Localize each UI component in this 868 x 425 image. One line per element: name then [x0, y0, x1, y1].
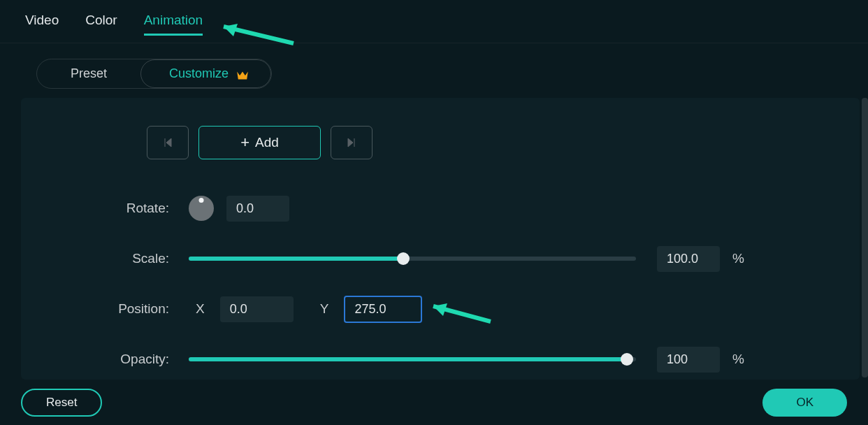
opacity-label: Opacity:	[56, 352, 189, 367]
crown-icon	[236, 69, 249, 79]
opacity-input[interactable]	[657, 347, 720, 373]
rotate-input[interactable]	[226, 196, 289, 222]
ok-button[interactable]: OK	[762, 389, 847, 417]
x-label: X	[196, 301, 205, 317]
reset-button[interactable]: Reset	[21, 389, 102, 417]
rotate-label: Rotate:	[56, 201, 189, 216]
scale-label: Scale:	[56, 251, 189, 266]
scale-unit: %	[732, 251, 744, 266]
subtab-preset[interactable]: Preset	[37, 59, 140, 88]
tab-video[interactable]: Video	[25, 13, 59, 36]
sub-tabs: Preset Customize	[36, 59, 272, 89]
add-keyframe-label: Add	[255, 135, 279, 150]
scale-input[interactable]	[657, 246, 720, 272]
properties-panel: + Add Rotate: Scale: % Position: X Y Opa…	[21, 98, 860, 380]
subtab-customize-label: Customize	[169, 66, 229, 81]
rotate-knob[interactable]	[189, 196, 214, 221]
position-row: Position: X Y	[56, 295, 825, 323]
scale-slider[interactable]	[189, 257, 636, 261]
y-label: Y	[320, 301, 329, 317]
plus-icon: +	[240, 134, 249, 152]
scale-row: Scale: %	[56, 245, 825, 273]
subtab-customize[interactable]: Customize	[140, 59, 271, 88]
position-x-input[interactable]	[220, 296, 294, 322]
prev-keyframe-button[interactable]	[147, 126, 189, 159]
footer: Reset OK	[21, 389, 847, 417]
tab-animation[interactable]: Animation	[144, 13, 203, 36]
add-keyframe-button[interactable]: + Add	[198, 126, 321, 159]
scrollbar[interactable]	[862, 98, 868, 377]
top-tabs: Video Color Animation	[0, 0, 868, 43]
opacity-row: Opacity: %	[56, 345, 825, 373]
tab-color[interactable]: Color	[85, 13, 117, 36]
position-y-input[interactable]	[344, 296, 422, 323]
next-keyframe-button[interactable]	[331, 126, 372, 159]
opacity-slider[interactable]	[189, 357, 636, 361]
position-label: Position:	[56, 301, 189, 317]
rotate-row: Rotate:	[56, 194, 825, 222]
keyframe-row: + Add	[147, 126, 825, 159]
opacity-unit: %	[732, 352, 744, 367]
